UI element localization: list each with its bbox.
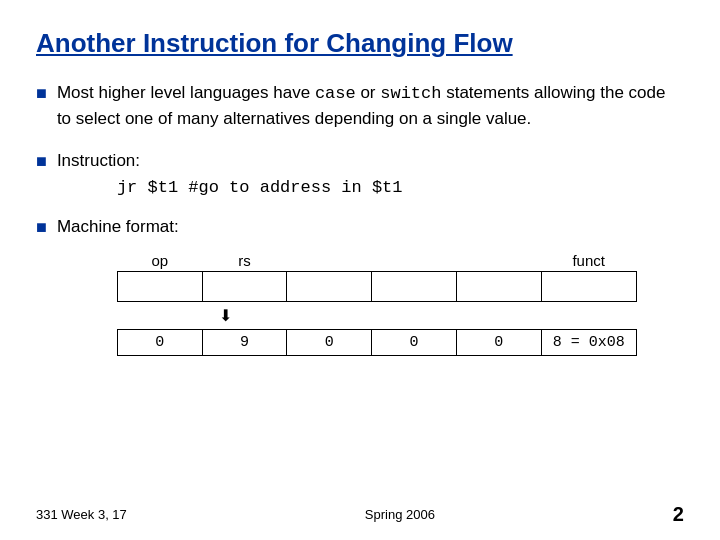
footer: 331 Week 3, 17 Spring 2006 2 <box>36 503 684 526</box>
box-col5 <box>456 271 541 301</box>
bullet-section-3: ■ Machine format: op rs funct <box>36 215 684 356</box>
instruction-code: jr $t1 #go to address in $t1 <box>57 178 403 197</box>
bullet-icon-1: ■ <box>36 83 47 104</box>
format-labels-table: op rs funct <box>117 250 637 302</box>
box-funct <box>541 271 636 301</box>
box-rs <box>202 271 287 301</box>
value-funct: 8 = 0x08 <box>541 329 636 355</box>
machine-format-content: Machine format: op rs funct <box>57 215 684 356</box>
label-op: op <box>117 250 202 272</box>
label-col3 <box>287 250 372 272</box>
slide: Another Instruction for Changing Flow ■ … <box>0 0 720 540</box>
box-col3 <box>287 271 372 301</box>
slide-title: Another Instruction for Changing Flow <box>36 28 684 59</box>
value-col5: 0 <box>456 329 541 355</box>
label-row: op rs funct <box>117 250 636 272</box>
format-boxes-row <box>117 271 636 301</box>
value-col3: 0 <box>287 329 372 355</box>
machine-table-area: op rs funct <box>57 250 684 356</box>
bullet-section-1: ■ Most higher level languages have case … <box>36 81 684 131</box>
bullet-icon-3: ■ <box>36 217 47 238</box>
box-op <box>117 271 202 301</box>
box-col4 <box>372 271 457 301</box>
down-arrow: ⬇ <box>185 306 265 325</box>
bullet-text-1: Most higher level languages have case or… <box>57 81 684 131</box>
format-values-table: 0 9 0 0 0 8 = 0x08 <box>117 329 637 356</box>
down-arrow-container: ⬇ <box>117 306 684 325</box>
values-row: 0 9 0 0 0 8 = 0x08 <box>117 329 636 355</box>
value-col4: 0 <box>372 329 457 355</box>
slide-number: 2 <box>673 503 684 526</box>
value-rs: 9 <box>202 329 287 355</box>
footer-center: Spring 2006 <box>365 507 435 522</box>
machine-format-label: Machine format: <box>57 215 684 240</box>
bullet-icon-2: ■ <box>36 151 47 172</box>
value-op: 0 <box>117 329 202 355</box>
bullet-section-2: ■ Instruction: jr $t1 #go to address in … <box>36 149 684 197</box>
footer-left: 331 Week 3, 17 <box>36 507 127 522</box>
label-funct: funct <box>541 250 636 272</box>
label-col5 <box>456 250 541 272</box>
instruction-label: Instruction: <box>57 149 403 174</box>
instruction-content: Instruction: jr $t1 #go to address in $t… <box>57 149 403 197</box>
label-rs: rs <box>202 250 287 272</box>
label-col4 <box>372 250 457 272</box>
